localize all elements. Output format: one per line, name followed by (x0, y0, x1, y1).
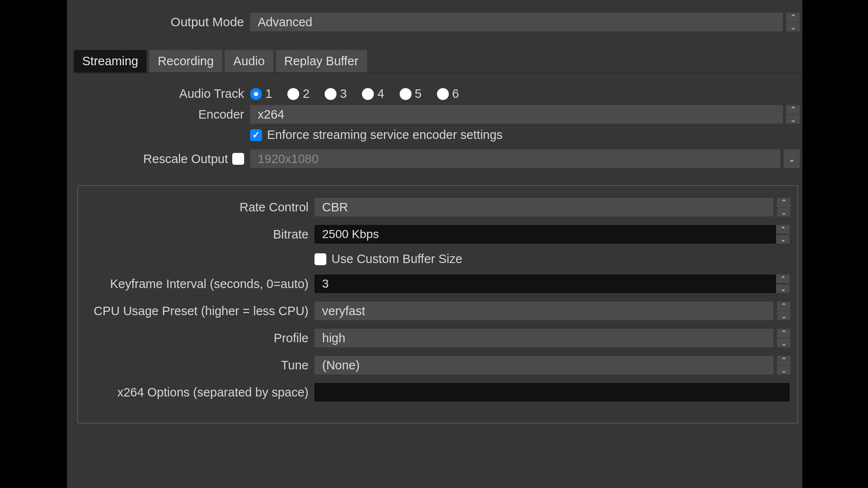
audio-track-radios: 1 2 3 4 5 6 (250, 87, 459, 101)
audio-track-3[interactable]: 3 (325, 87, 347, 101)
x264-options-row: x264 Options (separated by space) (78, 383, 793, 402)
radio-icon (437, 88, 449, 100)
tune-select[interactable]: (None) (314, 356, 773, 374)
audio-track-5[interactable]: 5 (400, 87, 422, 101)
chevron-down-icon: ⌄ (777, 208, 790, 217)
encoder-row: Encoder x264 ⌃ ⌄ (67, 105, 802, 124)
chevron-down-icon: ⌄ (777, 311, 790, 321)
rate-control-value: CBR (322, 200, 348, 214)
keyframe-row: Keyframe Interval (seconds, 0=auto) 3 ⌃ … (78, 274, 793, 293)
keyframe-stepper[interactable]: ⌃ ⌄ (776, 274, 790, 293)
output-tabs: Streaming Recording Audio Replay Buffer (74, 50, 802, 73)
chevron-down-icon: ⌄ (776, 284, 790, 293)
output-mode-value: Advanced (258, 15, 312, 29)
encoder-settings-group: Rate Control CBR ⌃ ⌄ Bitrate 2500 Kbps ⌃… (77, 185, 798, 424)
encoder-select[interactable]: x264 (250, 105, 783, 124)
profile-label: Profile (78, 331, 314, 345)
profile-row: Profile high ⌃ ⌄ (78, 329, 793, 347)
enforce-checkbox[interactable] (250, 129, 262, 141)
x264-options-label: x264 Options (separated by space) (78, 385, 314, 399)
encoder-label: Encoder (67, 108, 250, 122)
tab-streaming[interactable]: Streaming (74, 50, 147, 72)
rescale-combo[interactable]: 1920x1080 (250, 150, 780, 168)
radio-icon (250, 88, 262, 100)
chevron-up-icon: ⌃ (776, 274, 790, 284)
audio-track-4[interactable]: 4 (362, 87, 384, 101)
tune-stepper[interactable]: ⌃ ⌄ (777, 356, 790, 374)
radio-icon (287, 88, 299, 100)
rate-control-stepper[interactable]: ⌃ ⌄ (777, 198, 790, 216)
cpu-preset-row: CPU Usage Preset (higher = less CPU) ver… (78, 302, 793, 320)
profile-value: high (322, 331, 345, 345)
chevron-up-icon: ⌃ (776, 225, 790, 235)
chevron-up-icon: ⌃ (777, 198, 790, 208)
enforce-label: Enforce streaming service encoder settin… (267, 128, 503, 142)
tune-label: Tune (78, 358, 314, 372)
keyframe-input[interactable]: 3 (314, 274, 776, 293)
output-mode-row: Output Mode Advanced ⌃ ⌄ (67, 13, 802, 31)
audio-track-6[interactable]: 6 (437, 87, 459, 101)
rate-control-select[interactable]: CBR (314, 198, 773, 216)
chevron-up-icon: ⌃ (786, 105, 800, 115)
chevron-down-icon: ⌄ (777, 338, 790, 348)
audio-track-2[interactable]: 2 (287, 87, 309, 101)
x264-options-input[interactable] (314, 383, 790, 402)
custom-buffer-label: Use Custom Buffer Size (331, 252, 462, 266)
audio-track-row: Audio Track 1 2 3 4 5 6 (67, 87, 802, 101)
rescale-placeholder: 1920x1080 (258, 152, 319, 166)
tab-recording[interactable]: Recording (149, 50, 222, 72)
custom-buffer-group[interactable]: Use Custom Buffer Size (314, 252, 462, 266)
enforce-row: Enforce streaming service encoder settin… (67, 128, 802, 142)
audio-track-label: Audio Track (67, 87, 250, 101)
tab-replay-buffer[interactable]: Replay Buffer (276, 50, 367, 72)
chevron-down-icon: ⌄ (788, 154, 796, 164)
chevron-up-icon: ⌃ (777, 356, 790, 366)
chevron-up-icon: ⌃ (777, 329, 790, 338)
cpu-preset-value: veryfast (322, 304, 365, 318)
custom-buffer-checkbox[interactable] (314, 253, 326, 265)
chevron-up-icon: ⌃ (786, 13, 800, 22)
rate-control-row: Rate Control CBR ⌃ ⌄ (78, 198, 793, 216)
rescale-dropdown-button[interactable]: ⌄ (784, 150, 800, 168)
enforce-checkbox-group[interactable]: Enforce streaming service encoder settin… (250, 128, 503, 142)
keyframe-value: 3 (322, 277, 329, 291)
encoder-value: x264 (258, 108, 284, 122)
chevron-down-icon: ⌄ (786, 115, 800, 124)
chevron-up-icon: ⌃ (777, 302, 790, 311)
radio-icon (325, 88, 337, 100)
encoder-stepper[interactable]: ⌃ ⌄ (786, 105, 800, 124)
custom-buffer-row: Use Custom Buffer Size (78, 252, 793, 266)
rescale-checkbox[interactable] (232, 153, 244, 165)
chevron-down-icon: ⌄ (776, 235, 790, 244)
bitrate-input[interactable]: 2500 Kbps (314, 225, 776, 244)
tab-audio[interactable]: Audio (225, 50, 273, 72)
radio-icon (400, 88, 412, 100)
rescale-row: Rescale Output 1920x1080 ⌄ (67, 150, 802, 168)
output-mode-stepper[interactable]: ⌃ ⌄ (786, 13, 800, 31)
bitrate-stepper[interactable]: ⌃ ⌄ (776, 225, 790, 244)
radio-icon (362, 88, 374, 100)
audio-track-1[interactable]: 1 (250, 87, 272, 101)
profile-select[interactable]: high (314, 329, 773, 347)
cpu-preset-label: CPU Usage Preset (higher = less CPU) (78, 304, 314, 318)
bitrate-row: Bitrate 2500 Kbps ⌃ ⌄ (78, 225, 793, 244)
bitrate-label: Bitrate (78, 227, 314, 241)
keyframe-label: Keyframe Interval (seconds, 0=auto) (78, 277, 314, 291)
output-mode-select[interactable]: Advanced (250, 13, 783, 31)
output-settings-panel: Output Mode Advanced ⌃ ⌄ Streaming Recor… (67, 0, 802, 488)
rescale-label: Rescale Output (143, 152, 228, 166)
cpu-preset-select[interactable]: veryfast (314, 302, 773, 320)
output-mode-label: Output Mode (67, 15, 250, 29)
bitrate-value: 2500 Kbps (322, 227, 379, 241)
chevron-down-icon: ⌄ (786, 22, 800, 32)
tune-value: (None) (322, 358, 360, 372)
cpu-preset-stepper[interactable]: ⌃ ⌄ (777, 302, 790, 320)
chevron-down-icon: ⌄ (777, 366, 790, 375)
tune-row: Tune (None) ⌃ ⌄ (78, 356, 793, 374)
profile-stepper[interactable]: ⌃ ⌄ (777, 329, 790, 347)
rate-control-label: Rate Control (78, 200, 314, 214)
